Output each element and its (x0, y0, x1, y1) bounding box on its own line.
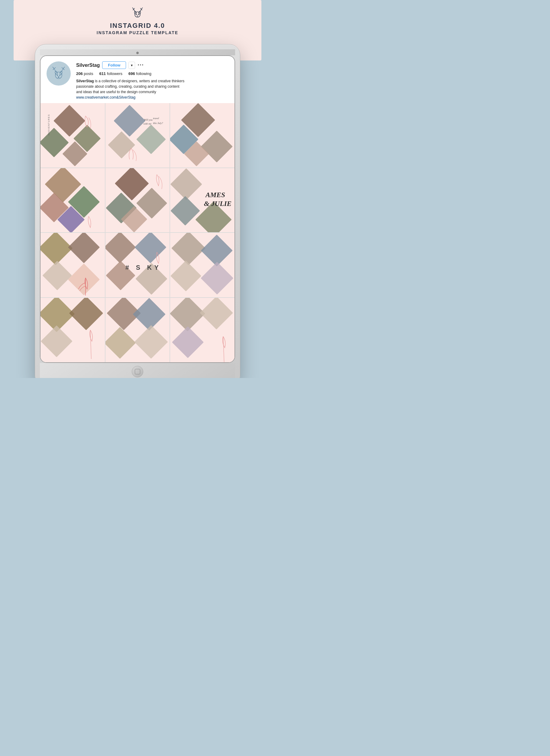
svg-text:# S  KY: # S KY (125, 264, 161, 272)
svg-line-6 (134, 8, 135, 9)
ipad-device: SilverStag Follow ▾ ··· 206 posts 611 fo… (35, 44, 240, 378)
camera-dot (136, 52, 139, 54)
svg-line-5 (133, 9, 134, 10)
svg-point-12 (138, 14, 139, 15)
diamond-grid-2-3: AMES & JULIE (170, 168, 235, 233)
svg-line-24 (62, 67, 63, 69)
post-cell-2-3[interactable]: AMES & JULIE (170, 168, 235, 233)
svg-line-18 (53, 67, 54, 69)
svg-text:with me: with me (143, 122, 151, 125)
svg-line-20 (54, 67, 56, 69)
svg-line-22 (63, 67, 65, 69)
page-wrapper: INSTAGRID 4.0 INSTAGRAM PUZZLE TEMPLATE (0, 0, 275, 378)
ipad-screen: SilverStag Follow ▾ ··· 206 posts 611 fo… (40, 55, 235, 363)
posts-stat: 206 posts (76, 71, 93, 76)
svg-text:AMES: AMES (205, 191, 225, 198)
following-stat: 696 following (129, 71, 151, 76)
post-cell-4-2[interactable] (106, 298, 170, 362)
post-cell-2-2[interactable] (106, 168, 170, 233)
profile-username: SilverStag (76, 63, 100, 68)
diamond-grid-4-2 (106, 298, 170, 362)
stats-row: 206 posts 611 followers 696 following (76, 71, 229, 76)
diamond-grid-3-3 (170, 233, 235, 297)
more-button[interactable]: ··· (138, 62, 144, 68)
svg-point-13 (137, 16, 138, 17)
home-button-inner (135, 369, 140, 374)
diamond-grid-1-2: Will you travel with me this July? (106, 103, 170, 168)
svg-point-25 (57, 75, 58, 76)
diamond-grid-1-3 (170, 103, 235, 168)
post-cell-2-1[interactable] (41, 168, 105, 233)
instagram-screen: SilverStag Follow ▾ ··· 206 posts 611 fo… (41, 56, 235, 362)
svg-line-23 (63, 69, 64, 70)
diamond-grid-3-2: # S KY (106, 233, 170, 297)
svg-text:travel: travel (153, 117, 159, 120)
post-cell-1-1[interactable]: #ADVENTURES (41, 103, 105, 168)
svg-point-26 (59, 75, 60, 76)
profile-info: SilverStag Follow ▾ ··· 206 posts 611 fo… (76, 61, 229, 100)
svg-text:Will you: Will you (144, 118, 152, 121)
svg-point-11 (136, 14, 137, 15)
post-cell-3-1[interactable] (41, 233, 105, 297)
diamond-grid-4-1 (41, 298, 105, 362)
svg-line-10 (140, 8, 142, 9)
follow-button[interactable]: Follow (102, 61, 126, 69)
svg-text:& JULIE: & JULIE (204, 200, 232, 207)
svg-text:this July?: this July? (153, 122, 163, 125)
home-button[interactable] (132, 366, 143, 377)
diamond-grid-3-1 (41, 233, 105, 297)
ipad-camera (40, 49, 235, 55)
profile-name-row: SilverStag Follow ▾ ··· (76, 61, 229, 69)
profile-bio: SilverStag is a collective of designers,… (76, 78, 185, 100)
deer-icon (131, 6, 145, 20)
diamond-grid-2-2 (106, 168, 170, 233)
post-cell-3-3[interactable] (170, 233, 235, 297)
avatar (47, 61, 71, 86)
diamond-grid-1-1: #ADVENTURES (41, 103, 105, 168)
profile-bio-link[interactable]: www.creativemarket.com&SilverStag (76, 95, 135, 99)
svg-line-4 (132, 8, 134, 9)
followers-stat: 611 followers (99, 71, 122, 76)
diamond-grid-2-1 (41, 168, 105, 233)
ipad-home-button-area (40, 363, 235, 378)
profile-header: SilverStag Follow ▾ ··· 206 posts 611 fo… (41, 56, 235, 103)
header-subtitle: INSTAGRAM PUZZLE TEMPLATE (97, 30, 178, 35)
post-cell-1-2[interactable]: Will you travel with me this July? (106, 103, 170, 168)
posts-grid: #ADVENTURES (41, 103, 235, 362)
svg-line-9 (142, 9, 142, 10)
svg-point-27 (58, 77, 60, 78)
post-cell-1-3[interactable] (170, 103, 235, 168)
diamond-grid-4-3 (170, 298, 235, 362)
header-title: INSTAGRID 4.0 (110, 22, 165, 30)
dropdown-button[interactable]: ▾ (129, 62, 135, 69)
header-section: INSTAGRID 4.0 INSTAGRAM PUZZLE TEMPLATE (97, 0, 178, 35)
svg-line-8 (142, 8, 143, 9)
svg-line-19 (53, 69, 54, 70)
post-cell-4-3[interactable] (170, 298, 235, 362)
post-cell-3-2[interactable]: # S KY (106, 233, 170, 297)
post-cell-4-1[interactable] (41, 298, 105, 362)
svg-text:#ADVENTURES: #ADVENTURES (48, 114, 50, 135)
